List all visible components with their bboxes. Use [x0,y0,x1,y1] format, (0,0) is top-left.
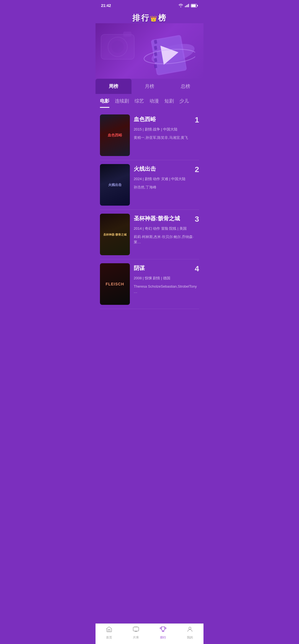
svg-rect-0 [185,6,186,7]
bottom-nav: 首页 片库 排行 我的 [96,623,203,644]
home-icon [106,626,112,634]
tv-icon [133,626,139,634]
nav-profile-label: 我的 [187,635,193,640]
tab-total[interactable]: 总榜 [167,79,203,94]
svg-rect-5 [197,5,198,6]
tab-monthly[interactable]: 月榜 [132,79,167,94]
page-header: 排行👑榜 [96,10,203,23]
movie-info-1: 血色西峪 1 2015 | 剧情 战争 | 中国大陆 黄精一,孙亚军,陈笑非,马… [134,114,199,140]
status-bar: 21:42 [96,0,203,10]
tab-weekly[interactable]: 周榜 [96,79,132,94]
battery-icon [191,4,198,7]
user-icon [187,626,193,634]
nav-home-label: 首页 [106,635,112,640]
svg-rect-3 [188,4,189,7]
category-anime[interactable]: 动漫 [150,98,159,108]
category-kids[interactable]: 少儿 [179,98,189,108]
movie-item-3[interactable]: 圣杯神器:骸骨之城 圣杯神器:骸骨之城 3 2014 | 奇幻 动作 冒险 院线… [100,210,199,259]
poster-label-4: FLEISCH [106,282,124,286]
movie-title-2: 火线出击 [134,165,192,173]
nav-library[interactable]: 片库 [123,626,150,640]
nav-ranking-label: 排行 [160,635,166,640]
signal-icon [185,4,189,7]
category-variety[interactable]: 综艺 [135,98,144,108]
movie-cast-3: 莉莉·柯林斯,杰米·坎贝尔·鲍尔,乔纳森·莱… [134,234,199,245]
content-area: 电影 连续剧 综艺 动漫 短剧 少儿 血色西峪 血色西峪 1 2015 | 剧情… [96,94,203,312]
svg-rect-6 [191,4,196,7]
poster-label-2: 火线出击 [108,183,122,187]
hero-banner [96,23,203,79]
svg-rect-1 [186,5,187,7]
svg-rect-10 [123,32,132,37]
category-series[interactable]: 连续剧 [115,98,129,108]
category-tabs: 电影 连续剧 综艺 动漫 短剧 少儿 [96,94,203,108]
movie-meta-1: 2015 | 剧情 战争 | 中国大陆 [134,127,199,132]
poster-label-1: 血色西峪 [108,133,122,138]
nav-ranking[interactable]: 排行 [150,626,177,640]
movie-item-2[interactable]: 火线出击 火线出击 2 2024 | 剧情 动作 灾难 | 中国大陆 孙浩然,丁… [100,160,199,210]
movie-info-4: 阴谋 4 2008 | 惊悚 剧情 | 德国 Theresa ScholzeSe… [134,263,199,295]
svg-point-9 [112,41,124,53]
nav-home[interactable]: 首页 [96,626,123,640]
svg-rect-21 [133,627,139,631]
movie-poster-3: 圣杯神器:骸骨之城 [100,214,130,255]
nav-profile[interactable]: 我的 [177,626,204,640]
movie-title-1: 血色西峪 [134,116,192,123]
movie-title-row-3: 圣杯神器:骸骨之城 3 [134,215,199,224]
movie-cast-1: 黄精一,孙亚军,陈笑非,马湘宜,黄飞 [134,135,199,140]
movie-title-row-1: 血色西峪 1 [134,116,199,124]
category-movie[interactable]: 电影 [100,98,109,108]
movie-cast-2: 孙浩然,丁海峰 [134,185,199,190]
movie-title-3: 圣杯神器:骸骨之城 [134,215,192,222]
title-text-2: 榜 [158,14,167,22]
hero-camera-decoration [96,23,140,69]
movie-title-4: 阴谋 [134,264,192,272]
movie-rank-1: 1 [195,116,199,124]
movie-item-4[interactable]: FLEISCH 阴谋 4 2008 | 惊悚 剧情 | 德国 Theresa S… [100,259,199,309]
nav-library-label: 片库 [133,635,139,640]
movie-info-2: 火线出击 2 2024 | 剧情 动作 灾难 | 中国大陆 孙浩然,丁海峰 [134,164,199,190]
movie-cast-4: Theresa ScholzeSebastian,StrobelTony … [134,284,199,295]
movie-poster-2: 火线出击 [100,164,130,206]
movie-rank-2: 2 [195,165,199,174]
hero-play-decoration [134,29,195,79]
main-tabs: 周榜 月榜 总榜 [96,79,203,94]
movie-item-1[interactable]: 血色西峪 血色西峪 1 2015 | 剧情 战争 | 中国大陆 黄精一,孙亚军,… [100,111,199,160]
movie-list: 血色西峪 血色西峪 1 2015 | 剧情 战争 | 中国大陆 黄精一,孙亚军,… [96,108,203,312]
movie-meta-2: 2024 | 剧情 动作 灾难 | 中国大陆 [134,176,199,182]
wifi-icon [179,4,183,7]
movie-poster-4: FLEISCH [100,263,130,305]
movie-rank-4: 4 [195,264,199,273]
movie-title-row-4: 阴谋 4 [134,264,199,273]
movie-info-3: 圣杯神器:骸骨之城 3 2014 | 奇幻 动作 冒险 院线 | 美国 莉莉·柯… [134,214,199,245]
title-text: 排行 [132,14,150,22]
poster-label-3: 圣杯神器:骸骨之城 [103,233,126,236]
svg-rect-2 [187,5,188,7]
movie-title-row-2: 火线出击 2 [134,165,199,174]
movie-rank-3: 3 [195,215,199,224]
movie-meta-3: 2014 | 奇幻 动作 冒险 院线 | 美国 [134,226,199,231]
movie-meta-4: 2008 | 惊悚 剧情 | 德国 [134,275,199,281]
status-time: 21:42 [101,3,111,8]
crown-icon: 👑 [150,16,158,22]
status-icons [179,4,198,7]
svg-point-22 [189,627,191,629]
category-short[interactable]: 短剧 [164,98,174,108]
page-title: 排行👑榜 [96,13,203,23]
trophy-icon [160,626,166,634]
movie-poster-1: 血色西峪 [100,114,130,156]
